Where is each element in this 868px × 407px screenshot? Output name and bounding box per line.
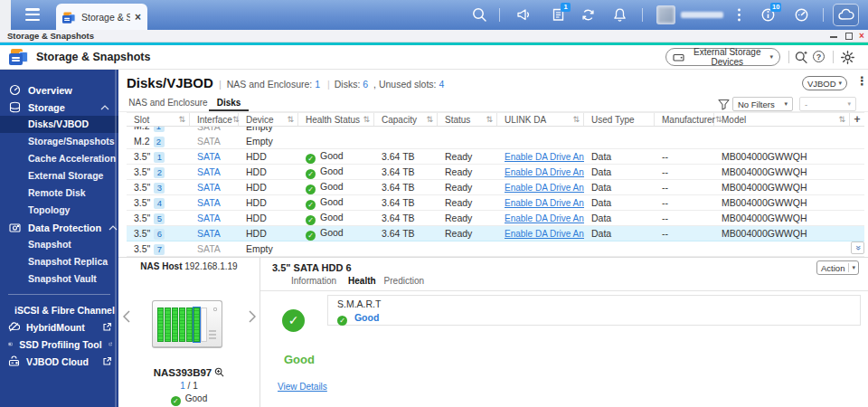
more-options-icon[interactable]	[731, 6, 748, 24]
carousel-prev-icon[interactable]	[123, 310, 130, 327]
settings-gear-icon[interactable]	[840, 50, 855, 65]
sidebar-item-cache-acceleration[interactable]: Cache Acceleration	[0, 150, 118, 167]
tab-nas-and-enclosure[interactable]: NAS and Enclosure	[127, 97, 209, 111]
interface-link[interactable]: SATA	[190, 166, 239, 177]
sort-icon[interactable]: ⇅	[426, 115, 433, 124]
expand-rows-button[interactable]: »	[851, 241, 864, 254]
minimize-icon[interactable]	[830, 36, 837, 38]
action-button[interactable]: Action ▾	[816, 260, 859, 275]
sidebar-item-topology[interactable]: Topology	[0, 202, 118, 219]
sidebar-item-overview[interactable]: Overview	[0, 81, 118, 99]
sort-icon[interactable]: ⇅	[486, 115, 493, 124]
sidebar-item-storage[interactable]: Storage	[0, 99, 118, 116]
sort-icon[interactable]: ⇅	[838, 115, 845, 124]
view-details-link[interactable]: View Details	[278, 382, 327, 392]
enable-da-link[interactable]: Enable DA Drive Analyzer	[505, 213, 584, 223]
interface-link[interactable]: SATA	[190, 151, 239, 162]
nas-enclosure-image[interactable]	[152, 300, 222, 348]
user-avatar[interactable]	[656, 5, 675, 24]
tab-disks[interactable]: Disks	[209, 97, 249, 111]
add-column-button[interactable]: +	[850, 113, 864, 126]
sidebar-item-snapshot-vault[interactable]: Snapshot Vault	[0, 270, 118, 288]
carousel-next-icon[interactable]	[249, 310, 256, 327]
tab-health[interactable]: Health	[348, 276, 376, 286]
table-row[interactable]: 3.5"5 SATA HDD ✓Good 3.64 TB Ready Enabl…	[127, 211, 864, 226]
search-icon[interactable]	[471, 6, 488, 24]
sidebar-item-snapshot[interactable]: Snapshot	[0, 236, 118, 253]
sidebar-item-ssd-profiling-tool[interactable]: SSD Profiling Tool	[0, 336, 118, 353]
filter-select[interactable]: No Filters ▾	[732, 97, 793, 111]
enable-da-link[interactable]: Enable DA Drive Analyzer	[505, 167, 584, 177]
interface-link[interactable]: SATA	[190, 228, 239, 239]
column-slot[interactable]: Slot⇅	[127, 113, 190, 126]
column-manufacturer[interactable]: Manufacturer⇅	[655, 113, 714, 126]
table-row[interactable]: 3.5"1 SATA HDD ✓Good 3.64 TB Ready Enabl…	[127, 149, 864, 165]
sidebar-item-snapshot-replica[interactable]: Snapshot Replica	[0, 253, 118, 270]
table-row[interactable]: 3.5"2 SATA HDD ✓Good 3.64 TB Ready Enabl…	[127, 165, 864, 180]
interface-link[interactable]: SATA	[190, 182, 239, 193]
sort-icon[interactable]: ⇅	[287, 115, 294, 124]
notification-bell-icon[interactable]	[611, 6, 628, 24]
main-menu-icon[interactable]	[25, 8, 41, 22]
filter-secondary-select[interactable]: - ▾	[799, 97, 856, 111]
enable-da-link[interactable]: Enable DA Drive Analyzer	[505, 198, 584, 208]
vjbod-button[interactable]: VJBOD ▾	[802, 76, 847, 90]
enable-da-link[interactable]: Enable DA Drive Analyzer	[505, 229, 584, 239]
interface-link[interactable]: SATA	[190, 213, 239, 223]
sort-icon[interactable]: ⇅	[572, 115, 580, 124]
drive-bay-2[interactable]	[165, 308, 171, 342]
announcement-icon[interactable]	[515, 6, 533, 24]
dashboard-icon[interactable]	[793, 6, 810, 24]
resource-monitor-search-icon[interactable]	[794, 50, 809, 65]
column-status[interactable]: Status⇅	[438, 113, 497, 126]
sort-icon[interactable]: ⇅	[178, 115, 185, 124]
sidebar-scrollbar[interactable]	[115, 70, 117, 407]
tab-prediction[interactable]: Prediction	[384, 276, 424, 286]
column-health-status[interactable]: Health Status⇅	[298, 113, 374, 126]
sidebar-item-disks-vjbod[interactable]: Disks/VJBOD	[0, 116, 118, 133]
table-row[interactable]: 3.5"7 SATA Empty	[127, 241, 864, 257]
drive-bay-4[interactable]	[179, 308, 185, 342]
maximize-icon[interactable]	[845, 33, 853, 40]
table-row[interactable]: M.22 SATA Empty	[127, 134, 864, 149]
external-storage-devices-button[interactable]: External Storage Devices ▾	[665, 48, 780, 66]
sidebar-item-data-protection[interactable]: Data Protection	[0, 219, 118, 236]
sidebar-item-hybridmount[interactable]: HybridMount	[0, 318, 118, 336]
table-row[interactable]: 3.5"4 SATA HDD ✓Good 3.64 TB Ready Enabl…	[127, 195, 864, 211]
column-used-type[interactable]: Used Type	[584, 113, 655, 126]
event-notifications-icon[interactable]: 1	[550, 6, 567, 24]
sidebar-item-remote-disk[interactable]: Remote Disk	[0, 185, 118, 202]
sidebar-item-iscsi-fibre-channel[interactable]: iSCSI & Fibre Channel	[0, 301, 118, 318]
drive-bay-5[interactable]	[186, 308, 193, 342]
background-tasks-icon[interactable]	[580, 6, 597, 24]
interface-link[interactable]: SATA	[190, 197, 239, 208]
chevron-up-icon[interactable]	[100, 105, 109, 110]
tab-close-icon[interactable]: ×	[135, 12, 141, 23]
enable-da-link[interactable]: Enable DA Drive Analyzer	[505, 152, 584, 162]
smart-status-link[interactable]: Good	[354, 312, 379, 323]
table-row-selected[interactable]: 3.5"6 SATA HDD ✓Good 3.64 TB Ready Enabl…	[127, 226, 864, 241]
help-icon[interactable]: ?	[813, 51, 825, 62]
sidebar-item-storage-snapshots[interactable]: Storage/Snapshots	[0, 133, 118, 150]
column-capacity[interactable]: Capacity⇅	[374, 113, 438, 126]
table-row[interactable]: 3.5"3 SATA HDD ✓Good 3.64 TB Ready Enabl…	[127, 180, 864, 195]
drive-bay-1[interactable]	[157, 308, 164, 342]
column-device[interactable]: Device⇅	[239, 113, 298, 126]
drive-bay-7-empty[interactable]	[201, 308, 207, 342]
sort-icon[interactable]: ⇅	[363, 115, 370, 124]
kebab-menu-icon[interactable]: ⋮	[856, 74, 868, 88]
user-name-redacted[interactable]	[681, 12, 723, 18]
info-icon[interactable]: 10	[760, 6, 777, 24]
zoom-in-icon[interactable]	[214, 367, 224, 377]
app-tab-storage-snapshots[interactable]: Storage & S... ×	[56, 4, 147, 30]
sidebar-item-external-storage[interactable]: External Storage	[0, 167, 118, 185]
close-icon[interactable]: ×	[859, 30, 864, 43]
column-ulink-da[interactable]: ULINK DA⇅	[497, 113, 584, 126]
drive-bay-3[interactable]	[172, 308, 178, 342]
table-row[interactable]: M.21 SATA Empty	[127, 127, 864, 134]
sidebar-item-vjbod-cloud[interactable]: VJBOD Cloud	[0, 353, 118, 370]
myqnapcloud-icon[interactable]	[833, 4, 859, 26]
column-interface[interactable]: Interface⇅	[190, 113, 239, 126]
drive-bay-6-selected[interactable]	[193, 308, 200, 342]
column-model[interactable]: Model⇅	[714, 113, 850, 126]
